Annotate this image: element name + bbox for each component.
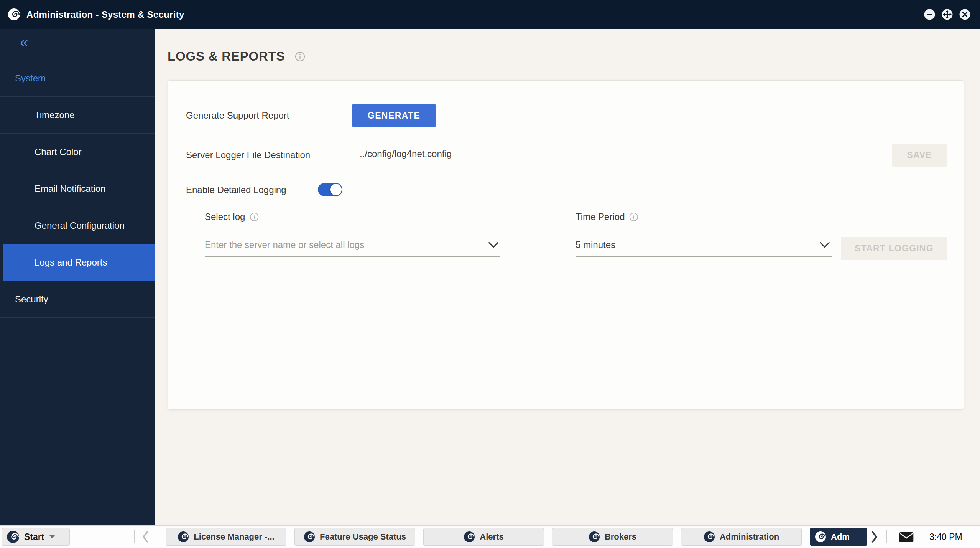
taskbar-item-alerts[interactable]: Alerts	[423, 528, 544, 546]
server-logger-file-destination-label: Server Logger File Destination	[186, 143, 310, 167]
sidebar-nav: System Timezone Chart Color Email Notifi…	[0, 60, 155, 318]
taskbar-item-label: License Manager -...	[194, 532, 274, 542]
start-caret-icon	[49, 535, 55, 538]
enable-detailed-logging-label: Enable Detailed Logging	[186, 179, 286, 201]
taskbar-item-label: Alerts	[480, 532, 503, 542]
start-logo-icon	[7, 530, 20, 543]
main-content: LOGS & REPORTS Generate Support Report G…	[155, 29, 980, 525]
desktop: { "window": { "title": "Administration -…	[0, 0, 980, 548]
select-log-label-text: Select log	[205, 211, 245, 222]
sidebar: « System Timezone Chart Color Email Noti…	[0, 29, 155, 525]
settings-card: Generate Support Report GENERATE Server …	[168, 80, 964, 410]
sidebar-item-chart-color[interactable]: Chart Color	[0, 134, 155, 170]
taskbar-windows: License Manager -... Feature Usage Statu…	[166, 528, 867, 546]
taskbar-item-label: Adm	[831, 532, 850, 542]
time-period-selected-value: 5 minutes	[576, 239, 819, 250]
app-logo-icon	[704, 531, 715, 543]
select-log-label: Select log	[205, 206, 259, 228]
logger-file-destination-input[interactable]	[352, 142, 883, 168]
taskbar-item-administration-active[interactable]: Adm	[810, 528, 867, 546]
page-title: LOGS & REPORTS	[168, 49, 285, 64]
taskbar-item-administration[interactable]: Administration	[681, 528, 802, 546]
chevron-down-icon[interactable]	[488, 242, 499, 248]
sidebar-item-security[interactable]: Security	[0, 281, 155, 318]
sidebar-item-general-configuration[interactable]: General Configuration	[0, 207, 155, 244]
taskbar-item-brokers[interactable]: Brokers	[552, 528, 673, 546]
taskbar-scroll-left-button[interactable]	[142, 531, 149, 543]
start-logging-button[interactable]: START LOGGING	[841, 237, 947, 260]
time-period-info-icon[interactable]	[629, 212, 638, 221]
app-logo-icon	[178, 531, 189, 543]
taskbar-clock: 3:40 PM	[929, 526, 962, 548]
sidebar-item-system[interactable]: System	[0, 60, 155, 97]
app-logo-icon	[304, 531, 315, 543]
minimize-button[interactable]	[924, 8, 936, 20]
select-log-info-icon[interactable]	[250, 212, 259, 221]
time-period-label-text: Time Period	[576, 211, 625, 222]
sidebar-item-logs-and-reports[interactable]: Logs and Reports	[3, 244, 155, 281]
app-logo-icon	[8, 8, 20, 21]
start-label: Start	[24, 532, 44, 542]
time-period-label: Time Period	[576, 206, 638, 228]
app-logo-icon	[464, 531, 475, 543]
chevron-down-icon[interactable]	[819, 242, 830, 248]
taskbar-separator	[886, 530, 887, 543]
page-info-icon[interactable]	[295, 51, 305, 62]
start-button[interactable]: Start	[2, 528, 70, 546]
taskbar-item-label: Brokers	[605, 532, 636, 542]
generate-support-report-label: Generate Support Report	[186, 104, 289, 127]
app-logo-icon	[589, 531, 600, 543]
detailed-logging-toggle[interactable]	[318, 183, 342, 196]
mail-icon[interactable]	[899, 532, 914, 543]
maximize-button[interactable]	[941, 8, 953, 20]
sidebar-collapse-button[interactable]: «	[20, 35, 28, 50]
select-log-dropdown[interactable]	[205, 233, 500, 257]
save-button[interactable]: SAVE	[892, 144, 947, 167]
page-header: LOGS & REPORTS	[168, 47, 305, 66]
taskbar: Start License Manager -... Feature Usage…	[0, 525, 980, 548]
close-button[interactable]	[959, 8, 971, 20]
sidebar-item-email-notification[interactable]: Email Notification	[0, 170, 155, 207]
time-period-dropdown[interactable]: 5 minutes	[576, 233, 832, 257]
titlebar: Administration - System & Security	[0, 0, 980, 29]
app-logo-icon	[815, 531, 826, 543]
select-log-input[interactable]	[205, 239, 488, 250]
taskbar-item-license-manager[interactable]: License Manager -...	[166, 528, 286, 546]
toggle-knob	[330, 184, 342, 195]
taskbar-scroll-right-button[interactable]	[871, 531, 878, 543]
taskbar-item-feature-usage-status[interactable]: Feature Usage Status	[294, 528, 415, 546]
sidebar-item-timezone[interactable]: Timezone	[0, 97, 155, 134]
taskbar-separator	[134, 530, 135, 543]
taskbar-item-label: Feature Usage Status	[320, 532, 406, 542]
window-title: Administration - System & Security	[26, 9, 184, 20]
taskbar-item-label: Administration	[720, 532, 779, 542]
window-controls	[924, 8, 971, 20]
generate-button[interactable]: GENERATE	[352, 104, 436, 127]
